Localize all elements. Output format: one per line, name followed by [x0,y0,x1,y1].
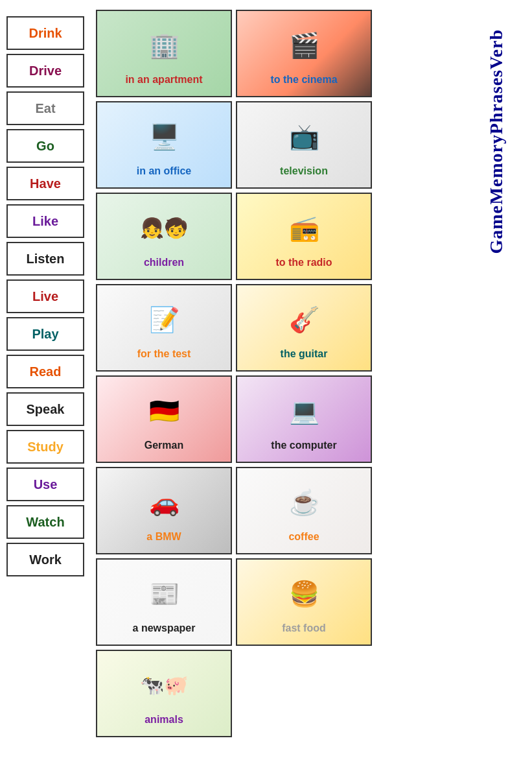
card-label: animals [141,711,187,728]
verb-box-watch: Watch [6,505,84,539]
icon-test-image [97,294,231,346]
card-animals: animals [96,650,232,737]
icon-newspaper-image [97,568,231,620]
verb-box-listen: Listen [6,242,84,276]
verb-box-read: Read [6,355,84,388]
icon-computer-image [237,385,371,437]
verb-column: DrinkDriveEatGoHaveLikeListenLivePlayRea… [6,10,91,748]
icon-apartment-image [97,19,231,71]
card-row-6: a newspaperfast food [96,558,462,646]
card-label: a BMW [143,528,185,545]
verb-box-use: Use [6,468,84,501]
card-the-guitar: the guitar [236,284,372,372]
card-label: German [141,437,187,454]
vertical-title: VerbPhrasesMemoryGame [487,29,505,254]
verb-box-speak: Speak [6,392,84,426]
title-word-3: Game [487,205,505,254]
card-label: in an office [133,163,195,180]
card-for-the-test: for the test [96,284,232,372]
card-label: television [276,163,332,180]
card-the-computer: the computer [236,375,372,463]
verb-box-go: Go [6,129,84,163]
verb-box-have: Have [6,167,84,200]
title-word-0: Verb [487,29,505,69]
title-column: VerbPhrasesMemoryGame [467,10,526,748]
cards-area: in an apartmentto the cinemain an office… [96,10,462,748]
card-coffee: coffee [236,467,372,554]
card-German: German [96,375,232,463]
icon-office-image [97,111,231,163]
icon-tv-image [237,111,371,163]
card-label: children [140,254,188,271]
card-label: for the test [133,346,195,362]
card-label: in an apartment [121,71,206,88]
card-television: television [236,101,372,189]
card-label: to the radio [272,254,336,271]
verb-box-like: Like [6,204,84,238]
card-row-0: in an apartmentto the cinema [96,10,462,97]
card-label: coffee [284,528,323,545]
card-row-4: Germanthe computer [96,375,462,463]
card-children: children [96,193,232,280]
card-row-2: childrento the radio [96,193,462,280]
verb-box-work: Work [6,543,84,576]
verb-box-play: Play [6,317,84,351]
card-label: fast food [278,620,330,637]
title-word-1: Phrases [487,69,505,134]
verb-box-study: Study [6,430,84,464]
card-label: the guitar [277,346,332,362]
card-a-BMW: a BMW [96,467,232,554]
title-word-2: Memory [487,134,505,205]
icon-coffee-image [237,477,371,528]
card-in-an-office: in an office [96,101,232,189]
page: DrinkDriveEatGoHaveLikeListenLivePlayRea… [0,0,532,758]
verb-box-live: Live [6,279,84,313]
card-to-the-cinema: to the cinema [236,10,372,97]
card-label: to the cinema [266,71,341,88]
card-label: a newspaper [129,620,200,637]
verb-box-eat: Eat [6,91,84,125]
card-to-the-radio: to the radio [236,193,372,280]
icon-bmw-image [97,477,231,528]
icon-children-image [97,202,231,254]
card-in-an-apartment: in an apartment [96,10,232,97]
icon-guitar-image [237,294,371,346]
card-row-5: a BMWcoffee [96,467,462,554]
card-fast-food: fast food [236,558,372,646]
icon-fastfood-image [237,568,371,620]
verb-box-drive: Drive [6,54,84,88]
card-label: the computer [267,437,340,454]
icon-radio-image [237,202,371,254]
card-row-3: for the testthe guitar [96,284,462,372]
card-row-7: animals [96,650,462,737]
icon-german-image [97,385,231,437]
card-a-newspaper: a newspaper [96,558,232,646]
verb-box-drink: Drink [6,16,84,50]
icon-animals-image [97,659,231,711]
card-row-1: in an officetelevision [96,101,462,189]
icon-cinema-image [237,19,371,71]
